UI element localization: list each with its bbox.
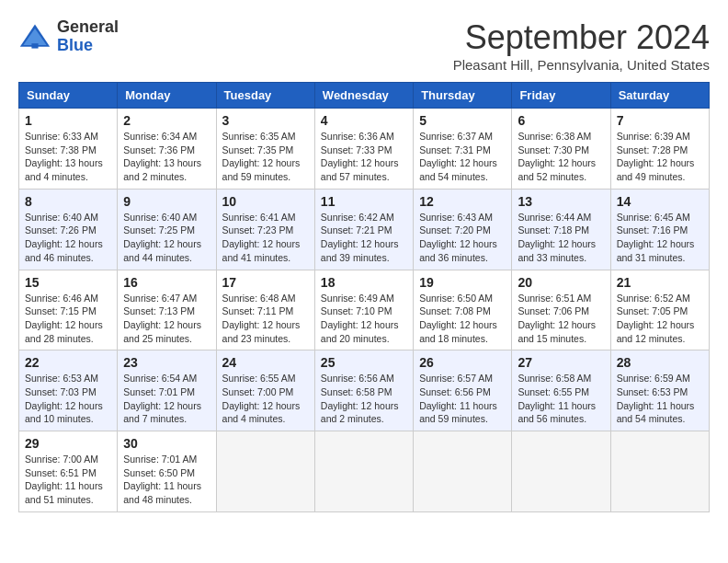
month-title: September 2024 <box>453 18 710 57</box>
day-info: Sunrise: 6:59 AM Sunset: 6:53 PM Dayligh… <box>617 372 703 426</box>
sunset-text: Sunset: 7:01 PM <box>123 385 210 399</box>
sunrise-text: Sunrise: 6:45 AM <box>617 211 703 224</box>
daylight-text: Daylight: 12 hours and 10 minutes. <box>25 399 111 426</box>
sunrise-text: Sunrise: 6:55 AM <box>222 372 309 385</box>
calendar-cell: 28 Sunrise: 6:59 AM Sunset: 6:53 PM Dayl… <box>610 350 709 431</box>
daylight-text: Daylight: 13 hours and 4 minutes. <box>25 156 111 183</box>
calendar-cell: 14 Sunrise: 6:45 AM Sunset: 7:16 PM Dayl… <box>610 189 709 270</box>
day-number: 6 <box>518 113 604 128</box>
day-info: Sunrise: 6:55 AM Sunset: 7:00 PM Dayligh… <box>222 372 309 426</box>
day-number: 29 <box>25 436 111 451</box>
daylight-text: Daylight: 12 hours and 59 minutes. <box>222 156 309 183</box>
calendar-cell: 6 Sunrise: 6:38 AM Sunset: 7:30 PM Dayli… <box>512 109 610 190</box>
day-number: 11 <box>321 194 407 209</box>
sunrise-text: Sunrise: 6:49 AM <box>321 292 407 305</box>
daylight-text: Daylight: 11 hours and 48 minutes. <box>123 479 210 506</box>
day-number: 13 <box>518 194 604 209</box>
calendar-cell: 16 Sunrise: 6:47 AM Sunset: 7:13 PM Dayl… <box>118 270 216 350</box>
sunrise-text: Sunrise: 6:34 AM <box>123 130 210 144</box>
sunset-text: Sunset: 6:56 PM <box>419 385 506 399</box>
weekday-header-row: Sunday Monday Tuesday Wednesday Thursday… <box>19 83 710 109</box>
daylight-text: Daylight: 12 hours and 15 minutes. <box>518 318 604 345</box>
sunrise-text: Sunrise: 6:33 AM <box>25 130 111 144</box>
day-number: 28 <box>617 355 703 370</box>
day-number: 8 <box>25 194 111 209</box>
sunset-text: Sunset: 6:50 PM <box>123 466 210 480</box>
day-info: Sunrise: 6:54 AM Sunset: 7:01 PM Dayligh… <box>123 372 210 426</box>
sunrise-text: Sunrise: 6:54 AM <box>123 372 210 385</box>
day-number: 12 <box>419 194 506 209</box>
sunrise-text: Sunrise: 6:38 AM <box>518 130 604 144</box>
sunset-text: Sunset: 7:15 PM <box>25 304 111 318</box>
day-info: Sunrise: 6:52 AM Sunset: 7:05 PM Dayligh… <box>617 292 703 346</box>
day-number: 21 <box>617 275 703 290</box>
calendar-cell: 9 Sunrise: 6:40 AM Sunset: 7:25 PM Dayli… <box>118 189 216 270</box>
sunset-text: Sunset: 7:30 PM <box>518 144 604 157</box>
header-monday: Monday <box>118 83 216 109</box>
calendar-cell: 19 Sunrise: 6:50 AM Sunset: 7:08 PM Dayl… <box>414 270 512 350</box>
sunset-text: Sunset: 7:06 PM <box>518 304 604 318</box>
sunset-text: Sunset: 6:53 PM <box>617 385 703 399</box>
daylight-text: Daylight: 11 hours and 59 minutes. <box>419 399 506 426</box>
sunset-text: Sunset: 7:05 PM <box>617 304 703 318</box>
day-number: 7 <box>617 113 703 128</box>
calendar-cell: 30 Sunrise: 7:01 AM Sunset: 6:50 PM Dayl… <box>118 431 216 512</box>
logo-general: General <box>57 18 119 37</box>
day-number: 26 <box>419 355 506 370</box>
day-number: 1 <box>25 113 111 128</box>
sunrise-text: Sunrise: 6:58 AM <box>518 372 604 385</box>
sunrise-text: Sunrise: 7:00 AM <box>25 453 111 466</box>
day-info: Sunrise: 6:56 AM Sunset: 6:58 PM Dayligh… <box>321 372 407 426</box>
header-tuesday: Tuesday <box>216 83 314 109</box>
calendar-cell: 27 Sunrise: 6:58 AM Sunset: 6:55 PM Dayl… <box>512 350 610 431</box>
sunrise-text: Sunrise: 6:40 AM <box>123 211 210 224</box>
day-info: Sunrise: 6:53 AM Sunset: 7:03 PM Dayligh… <box>25 372 111 426</box>
sunset-text: Sunset: 7:36 PM <box>123 144 210 157</box>
sunrise-text: Sunrise: 6:42 AM <box>321 211 407 224</box>
sunrise-text: Sunrise: 6:56 AM <box>321 372 407 385</box>
day-number: 20 <box>518 275 604 290</box>
calendar-cell: 15 Sunrise: 6:46 AM Sunset: 7:15 PM Dayl… <box>19 270 118 350</box>
day-info: Sunrise: 6:57 AM Sunset: 6:56 PM Dayligh… <box>419 372 506 426</box>
sunrise-text: Sunrise: 6:39 AM <box>617 130 703 144</box>
sunset-text: Sunset: 7:13 PM <box>123 304 210 318</box>
day-number: 14 <box>617 194 703 209</box>
sunset-text: Sunset: 7:00 PM <box>222 385 309 399</box>
sunset-text: Sunset: 6:51 PM <box>25 466 111 480</box>
sunset-text: Sunset: 7:21 PM <box>321 224 407 237</box>
sunset-text: Sunset: 7:26 PM <box>25 224 111 237</box>
sunrise-text: Sunrise: 6:53 AM <box>25 372 111 385</box>
week-row-5: 29 Sunrise: 7:00 AM Sunset: 6:51 PM Dayl… <box>19 431 710 512</box>
sunset-text: Sunset: 7:38 PM <box>25 144 111 157</box>
daylight-text: Daylight: 12 hours and 7 minutes. <box>123 399 210 426</box>
sunset-text: Sunset: 6:58 PM <box>321 385 407 399</box>
day-info: Sunrise: 6:58 AM Sunset: 6:55 PM Dayligh… <box>518 372 604 426</box>
sunset-text: Sunset: 7:35 PM <box>222 144 309 157</box>
day-info: Sunrise: 6:48 AM Sunset: 7:11 PM Dayligh… <box>222 292 309 346</box>
day-info: Sunrise: 6:43 AM Sunset: 7:20 PM Dayligh… <box>419 211 506 265</box>
daylight-text: Daylight: 12 hours and 23 minutes. <box>222 318 309 345</box>
week-row-2: 8 Sunrise: 6:40 AM Sunset: 7:26 PM Dayli… <box>19 189 710 270</box>
logo: General Blue <box>18 18 119 55</box>
sunset-text: Sunset: 7:11 PM <box>222 304 309 318</box>
sunrise-text: Sunrise: 6:52 AM <box>617 292 703 305</box>
daylight-text: Daylight: 12 hours and 20 minutes. <box>321 318 407 345</box>
day-number: 10 <box>222 194 309 209</box>
daylight-text: Daylight: 12 hours and 2 minutes. <box>321 399 407 426</box>
daylight-text: Daylight: 12 hours and 49 minutes. <box>617 156 703 183</box>
week-row-4: 22 Sunrise: 6:53 AM Sunset: 7:03 PM Dayl… <box>19 350 710 431</box>
daylight-text: Daylight: 12 hours and 4 minutes. <box>222 399 309 426</box>
logo-blue: Blue <box>57 37 119 55</box>
sunset-text: Sunset: 7:18 PM <box>518 224 604 237</box>
header-sunday: Sunday <box>19 83 118 109</box>
calendar-cell: 10 Sunrise: 6:41 AM Sunset: 7:23 PM Dayl… <box>216 189 314 270</box>
daylight-text: Daylight: 12 hours and 36 minutes. <box>419 237 506 264</box>
calendar-cell: 2 Sunrise: 6:34 AM Sunset: 7:36 PM Dayli… <box>118 109 216 190</box>
day-number: 4 <box>321 113 407 128</box>
calendar-cell: 21 Sunrise: 6:52 AM Sunset: 7:05 PM Dayl… <box>610 270 709 350</box>
day-info: Sunrise: 6:38 AM Sunset: 7:30 PM Dayligh… <box>518 130 604 184</box>
day-number: 5 <box>419 113 506 128</box>
day-info: Sunrise: 6:39 AM Sunset: 7:28 PM Dayligh… <box>617 130 703 184</box>
sunrise-text: Sunrise: 6:36 AM <box>321 130 407 144</box>
daylight-text: Daylight: 11 hours and 56 minutes. <box>518 399 604 426</box>
